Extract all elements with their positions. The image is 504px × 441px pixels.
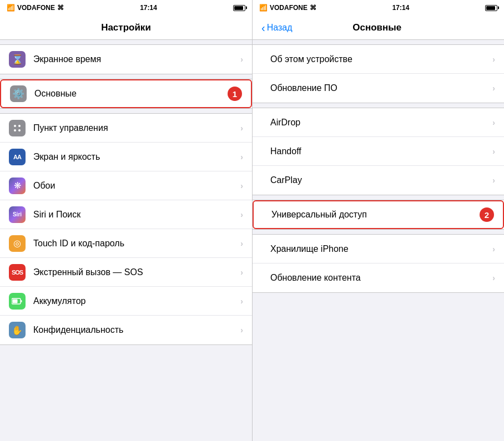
content-update-label: Обновление контента <box>261 273 492 283</box>
storage-item[interactable]: Хранилище iPhone › <box>253 235 504 263</box>
screen-time-item[interactable]: ⌛ Экранное время › <box>0 45 252 74</box>
siri-label: Siri и Поиск <box>33 210 240 220</box>
handoff-item[interactable]: Handoff › <box>253 137 504 166</box>
right-phone-panel: 📶 VODAFONE ⌘ 17:14 ‹ Назад Основные Об э… <box>252 0 504 441</box>
general-icon: ⚙️ <box>10 85 27 102</box>
display-label: Экран и яркость <box>33 152 240 162</box>
airdrop-label: AirDrop <box>261 118 492 128</box>
general-group: ⚙️ Основные 1 <box>0 79 252 109</box>
signal-bars: 📶 <box>7 4 15 12</box>
control-center-icon <box>9 120 26 136</box>
screen-time-group: ⌛ Экранное время › <box>0 44 252 74</box>
handoff-label: Handoff <box>261 146 492 156</box>
left-status-bar: 📶 VODAFONE ⌘ 17:14 <box>0 0 252 16</box>
screen-time-label: Экранное время <box>33 54 240 64</box>
step-1-badge: 1 <box>228 87 242 101</box>
right-nav-content: ‹ Назад Основные <box>261 22 495 33</box>
touch-id-icon: ◎ <box>9 235 26 252</box>
left-nav-title: Настройки <box>101 22 151 33</box>
siri-icon: Siri <box>9 206 26 223</box>
right-battery <box>485 5 497 11</box>
svg-point-2 <box>14 129 16 131</box>
content-update-item[interactable]: Обновление контента › <box>253 263 504 292</box>
left-phone-panel: 📶 VODAFONE ⌘ 17:14 Настройки ⌛ Экранное … <box>0 0 252 441</box>
left-battery <box>233 5 245 11</box>
storage-label: Хранилище iPhone <box>261 244 492 254</box>
sos-icon: SOS <box>9 264 26 281</box>
battery-item-icon <box>9 293 26 310</box>
privacy-item[interactable]: ✋ Конфиденциальность › <box>0 316 252 344</box>
battery-icon <box>233 5 245 11</box>
about-item[interactable]: Об этом устройстве › <box>253 45 504 74</box>
siri-item[interactable]: Siri Siri и Поиск › <box>0 200 252 229</box>
right-nav-bar: ‹ Назад Основные <box>253 16 504 40</box>
back-chevron-icon: ‹ <box>261 22 265 33</box>
display-chevron: › <box>240 153 243 161</box>
wallpaper-icon: ❋ <box>9 178 26 194</box>
airdrop-chevron: › <box>492 118 495 127</box>
sos-label: Экстренный вызов — SOS <box>33 267 240 277</box>
update-item[interactable]: Обновление ПО › <box>253 74 504 103</box>
airdrop-group: AirDrop › Handoff › CarPlay › <box>253 108 504 195</box>
svg-point-0 <box>14 125 16 127</box>
siri-chevron: › <box>240 210 243 219</box>
general-label: Основные <box>34 89 224 99</box>
back-button[interactable]: ‹ Назад <box>261 22 293 33</box>
control-center-label: Пункт управления <box>33 123 240 133</box>
handoff-chevron: › <box>492 147 495 156</box>
privacy-label: Конфиденциальность <box>33 325 240 335</box>
display-item[interactable]: AA Экран и яркость › <box>0 143 252 171</box>
display-icon: AA <box>9 149 26 165</box>
privacy-icon: ✋ <box>9 322 26 338</box>
control-center-item[interactable]: Пункт управления › <box>0 114 252 143</box>
right-status-bar: 📶 VODAFONE ⌘ 17:14 <box>253 0 504 16</box>
left-nav-bar: Настройки <box>0 16 252 40</box>
wallpaper-chevron: › <box>240 181 243 190</box>
right-time: 17:14 <box>392 4 410 12</box>
right-wifi-icon: ⌘ <box>310 4 316 12</box>
battery-chevron: › <box>240 297 243 306</box>
battery-label: Аккумулятор <box>33 296 240 306</box>
privacy-chevron: › <box>240 326 243 334</box>
general-item[interactable]: ⚙️ Основные 1 <box>0 79 252 108</box>
screen-time-icon: ⌛ <box>9 51 26 68</box>
accessibility-group: Универсальный доступ 2 <box>253 200 504 230</box>
accessibility-label: Универсальный доступ <box>263 210 476 220</box>
storage-chevron: › <box>492 245 495 254</box>
right-carrier: 📶 VODAFONE ⌘ <box>259 4 316 12</box>
accessibility-item[interactable]: Универсальный доступ 2 <box>253 200 504 229</box>
touch-id-item[interactable]: ◎ Touch ID и код-пароль › <box>0 229 252 258</box>
svg-rect-6 <box>21 300 22 302</box>
right-nav-title: Основные <box>352 22 401 33</box>
main-settings-group: Пункт управления › AA Экран и яркость › … <box>0 113 252 345</box>
step-2-badge: 2 <box>480 207 494 222</box>
carplay-item[interactable]: CarPlay › <box>253 166 504 195</box>
carplay-label: CarPlay <box>261 175 492 185</box>
carplay-chevron: › <box>492 176 495 185</box>
about-label: Об этом устройстве <box>261 54 492 64</box>
svg-point-1 <box>18 125 21 127</box>
battery-item[interactable]: Аккумулятор › <box>0 287 252 316</box>
svg-point-3 <box>18 129 21 131</box>
airdrop-item[interactable]: AirDrop › <box>253 108 504 137</box>
back-label: Назад <box>267 23 293 33</box>
wallpaper-label: Обои <box>33 181 240 191</box>
left-time: 17:14 <box>140 4 157 12</box>
content-update-chevron: › <box>492 273 495 282</box>
wallpaper-item[interactable]: ❋ Обои › <box>0 171 252 200</box>
wifi-icon: ⌘ <box>57 4 64 12</box>
sos-chevron: › <box>240 268 243 277</box>
update-label: Обновление ПО <box>261 83 492 93</box>
right-battery-icon <box>485 5 497 11</box>
update-chevron: › <box>492 84 495 93</box>
control-center-chevron: › <box>240 124 243 133</box>
storage-group: Хранилище iPhone › Обновление контента › <box>253 234 504 293</box>
right-signal-bars: 📶 <box>259 4 268 12</box>
touch-id-chevron: › <box>240 239 243 248</box>
about-chevron: › <box>492 55 495 64</box>
svg-rect-5 <box>13 299 18 303</box>
right-content: Об этом устройстве › Обновление ПО › Air… <box>253 40 504 441</box>
touch-id-label: Touch ID и код-пароль <box>33 239 240 249</box>
left-content: ⌛ Экранное время › ⚙️ Основные 1 <box>0 40 252 441</box>
sos-item[interactable]: SOS Экстренный вызов — SOS › <box>0 258 252 287</box>
